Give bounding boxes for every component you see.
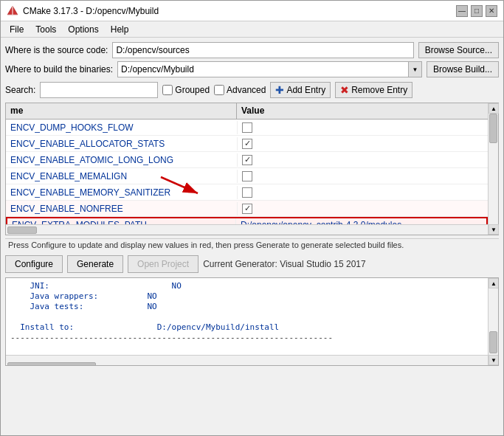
grouped-checkbox-item: Grouped <box>162 85 210 95</box>
plus-icon: ✚ <box>275 84 284 96</box>
checkbox-icon[interactable] <box>242 171 252 181</box>
log-hscroll[interactable] <box>6 355 488 365</box>
source-label: Where is the source code: <box>5 45 108 55</box>
maximize-button[interactable]: □ <box>471 5 483 17</box>
checkbox-icon[interactable] <box>242 139 252 149</box>
log-scroll-thumb <box>489 331 497 353</box>
row-value <box>237 153 488 167</box>
scroll-down-button[interactable]: ▼ <box>489 224 499 235</box>
add-entry-button[interactable]: ✚ Add Entry <box>270 82 331 98</box>
scroll-thumb <box>489 114 497 143</box>
menu-options[interactable]: Options <box>62 23 104 36</box>
configure-button[interactable]: Configure <box>5 255 63 273</box>
menubar: File Tools Options Help <box>1 21 503 38</box>
table-body: ENCV_DUMP_HOOKS_FLOW ENCV_ENABLE_ALLOCAT… <box>6 120 488 224</box>
browse-source-button[interactable]: Browse Source... <box>418 42 499 58</box>
log-scroll-up[interactable]: ▲ <box>489 278 499 288</box>
build-combo[interactable]: D:/opencv/Mybuild ▼ <box>117 61 422 77</box>
log-separator: ----------------------------------------… <box>10 333 483 342</box>
generator-label: Current Generator: Visual Studio 15 2017 <box>203 259 366 269</box>
table-header: me Value <box>6 103 488 120</box>
advanced-label: Advanced <box>227 85 266 95</box>
scroll-track <box>489 114 498 224</box>
close-button[interactable]: ✕ <box>486 5 497 17</box>
status-bar: Press Configure to update and display ne… <box>5 238 499 251</box>
log-line: Java wrappers: NO <box>10 291 483 301</box>
log-line: Java tests: NO <box>10 302 483 311</box>
log-container: JNI: NO Java wrappers: NO Java tests: NO… <box>5 277 499 366</box>
horizontal-scrollbar[interactable] <box>6 224 488 235</box>
row-value <box>237 186 488 199</box>
checkbox-icon[interactable] <box>242 187 252 198</box>
log-line: JNI: NO <box>10 281 483 291</box>
table-row[interactable]: ENCV_ENABLE_NONFREE <box>6 201 488 217</box>
log-line <box>10 312 483 322</box>
checkbox-icon[interactable] <box>242 204 252 214</box>
vertical-scrollbar[interactable]: ▲ ▼ <box>488 103 498 235</box>
log-hscroll-thumb <box>7 362 96 366</box>
row-value <box>237 137 488 150</box>
checkbox-icon[interactable] <box>242 122 252 133</box>
table-row[interactable]: ENCV_DUMP_HOOKS_FLOW <box>6 120 488 136</box>
remove-entry-button[interactable]: ✖ Remove Entry <box>335 82 412 98</box>
row-name: ENCV_ENABLE_NONFREE <box>6 202 237 215</box>
table-row[interactable]: ENCV_ENABLE_ATOMIC_LONG_LONG <box>6 152 488 168</box>
menu-file[interactable]: File <box>4 23 30 36</box>
hscroll-thumb <box>7 226 37 234</box>
main-window: CMake 3.17.3 - D:/opencv/Mybuild — □ ✕ F… <box>0 0 504 436</box>
title-bar: CMake 3.17.3 - D:/opencv/Mybuild — □ ✕ <box>1 1 503 21</box>
row-name: ENCV_ENABLE_ATOMIC_LONG_LONG <box>6 153 237 167</box>
row-name: ENCV_DUMP_HOOKS_FLOW <box>6 121 237 134</box>
cmake-icon <box>7 5 18 17</box>
advanced-checkbox-item: Advanced <box>214 85 266 95</box>
menu-help[interactable]: Help <box>105 23 135 36</box>
combo-arrow-icon[interactable]: ▼ <box>408 62 421 77</box>
open-project-button[interactable]: Open Project <box>128 255 199 273</box>
row-name: ENCV_ENABLE_MEMALIGN <box>6 170 237 183</box>
advanced-checkbox[interactable] <box>214 85 224 95</box>
status-text: Press Configure to update and display ne… <box>8 241 404 249</box>
title-bar-left: CMake 3.17.3 - D:/opencv/Mybuild <box>7 5 159 17</box>
main-content: Where is the source code: Browse Source.… <box>1 38 503 435</box>
row-value <box>237 202 488 215</box>
row-value <box>237 170 488 183</box>
search-row: Search: Grouped Advanced ✚ Add Entry ✖ R… <box>5 80 499 100</box>
search-label: Search: <box>5 85 35 95</box>
browse-build-button[interactable]: Browse Build... <box>427 61 499 77</box>
menu-tools[interactable]: Tools <box>30 23 62 36</box>
x-icon: ✖ <box>340 84 349 96</box>
minimize-button[interactable]: — <box>456 5 468 17</box>
table-row[interactable]: ENCV_EXTRA_MODULES_PATH D:/opencv/opencv… <box>6 217 488 224</box>
entries-table: me Value ENCV_DUMP_HOOKS_FLOW ENCV_ENABL… <box>5 103 499 235</box>
log-scroll-down[interactable]: ▼ <box>489 355 499 365</box>
add-entry-label: Add Entry <box>286 85 325 95</box>
table-row[interactable]: ENCV_ENABLE_MEMORY_SANITIZER <box>6 184 488 201</box>
table-main: me Value ENCV_DUMP_HOOKS_FLOW ENCV_ENABL… <box>6 103 488 235</box>
log-line <box>10 343 483 353</box>
build-value: D:/opencv/Mybuild <box>118 63 421 76</box>
log-scroll-track <box>489 288 498 355</box>
row-name: ENCV_EXTRA_MODULES_PATH <box>7 218 235 224</box>
log-line: Install to: D:/opencv/Mybuild/install <box>10 322 483 332</box>
row-value <box>237 121 488 134</box>
grouped-label: Grouped <box>175 85 210 95</box>
build-label: Where to build the binaries: <box>5 64 113 75</box>
checkbox-icon[interactable] <box>242 155 252 165</box>
row-value: D:/opencv/opencv_contrib-4.3.0/modules <box>235 218 486 224</box>
col-name-header: me <box>6 103 237 119</box>
table-row[interactable]: ENCV_ENABLE_ALLOCATOR_STATS <box>6 136 488 152</box>
button-row: Configure Generate Open Project Current … <box>5 254 499 274</box>
row-name: ENCV_ENABLE_MEMORY_SANITIZER <box>6 186 237 199</box>
col-value-header: Value <box>237 103 488 119</box>
grouped-checkbox[interactable] <box>162 85 173 95</box>
search-input[interactable] <box>40 82 158 98</box>
source-input[interactable] <box>112 42 413 58</box>
title-bar-controls: — □ ✕ <box>456 5 497 17</box>
source-row: Where is the source code: Browse Source.… <box>5 42 499 58</box>
row-name: ENCV_ENABLE_ALLOCATOR_STATS <box>6 137 237 150</box>
log-vscroll[interactable]: ▲ ▼ <box>488 278 498 365</box>
scroll-up-button[interactable]: ▲ <box>489 103 499 114</box>
table-row[interactable]: ENCV_ENABLE_MEMALIGN <box>6 168 488 184</box>
log-output: JNI: NO Java wrappers: NO Java tests: NO… <box>6 278 488 355</box>
generate-button[interactable]: Generate <box>67 255 123 273</box>
